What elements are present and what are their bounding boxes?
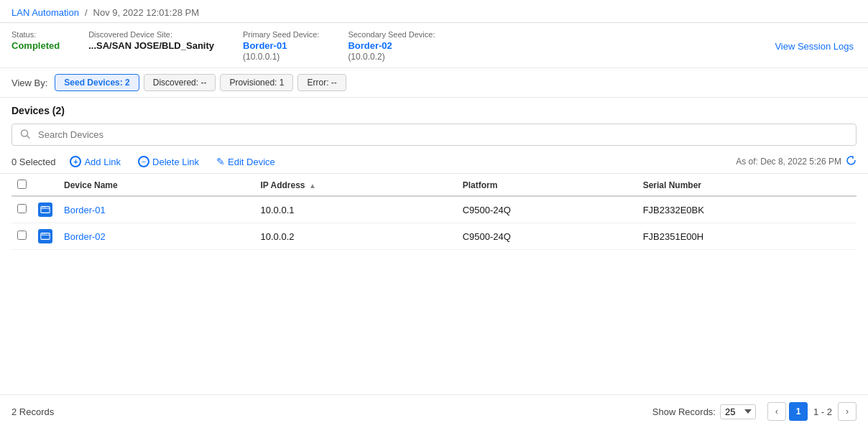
header-device-icon bbox=[32, 174, 58, 196]
view-by-bar: View By: Seed Devices: 2 Discovered: -- … bbox=[0, 68, 868, 98]
table-row: Border-01 10.0.0.1 C9500-24Q FJB2332E0BK bbox=[11, 196, 857, 223]
status-section: Status: Completed Discovered Device Site… bbox=[0, 23, 868, 68]
top-bar: LAN Automation / Nov 9, 2022 12:01:28 PM bbox=[0, 0, 868, 23]
header-checkbox-cell bbox=[11, 174, 32, 196]
secondary-seed-device[interactable]: Border-02 (10.0.0.2) bbox=[348, 40, 435, 62]
svg-point-9 bbox=[45, 233, 45, 234]
row-device-name[interactable]: Border-01 bbox=[58, 196, 255, 223]
row-checkbox-cell bbox=[11, 196, 32, 223]
row-ip-address: 10.0.0.1 bbox=[255, 196, 457, 223]
row-device-icon-cell bbox=[32, 196, 58, 223]
table-row: Border-02 10.0.0.2 C9500-24Q FJB2351E00H bbox=[11, 223, 857, 250]
status-item-status: Status: Completed bbox=[11, 30, 60, 51]
filter-provisioned[interactable]: Provisioned: 1 bbox=[220, 74, 293, 91]
as-of-label: As of: Dec 8, 2022 5:26 PM bbox=[736, 157, 841, 167]
refresh-icon[interactable] bbox=[846, 155, 857, 168]
header-platform: Platform bbox=[457, 174, 637, 196]
search-bar-container bbox=[0, 119, 868, 150]
device-name-link[interactable]: Border-01 bbox=[64, 205, 106, 215]
device-name-link[interactable]: Border-02 bbox=[64, 231, 106, 242]
row-device-name[interactable]: Border-02 bbox=[58, 223, 255, 250]
row-checkbox-0[interactable] bbox=[17, 204, 27, 213]
toolbar: 0 Selected + Add Link − Delete Link ✎ Ed… bbox=[0, 150, 868, 174]
view-session-logs-button[interactable]: View Session Logs bbox=[772, 39, 857, 53]
add-link-icon: + bbox=[70, 156, 81, 167]
header-device-name: Device Name bbox=[58, 174, 255, 196]
device-icon bbox=[38, 229, 52, 243]
svg-rect-2 bbox=[41, 207, 50, 213]
filter-discovered[interactable]: Discovered: -- bbox=[144, 74, 216, 91]
row-platform: C9500-24Q bbox=[457, 196, 637, 223]
select-all-checkbox[interactable] bbox=[17, 180, 27, 189]
row-serial-number: FJB2332E0BK bbox=[637, 196, 857, 223]
breadcrumb-separator: / bbox=[85, 7, 88, 18]
primary-seed-device[interactable]: Border-01 (10.0.0.1) bbox=[243, 40, 319, 62]
edit-device-button[interactable]: ✎ Edit Device bbox=[213, 154, 278, 169]
discovered-site-value: ...SA/SAN JOSE/BLD_Sanity bbox=[88, 40, 214, 51]
delete-link-button[interactable]: − Delete Link bbox=[135, 154, 202, 169]
secondary-seed-label: Secondary Seed Device: bbox=[348, 30, 435, 39]
status-value: Completed bbox=[11, 40, 60, 51]
row-platform: C9500-24Q bbox=[457, 223, 637, 250]
svg-point-5 bbox=[45, 207, 45, 208]
add-link-button[interactable]: + Add Link bbox=[67, 154, 124, 169]
edit-device-label: Edit Device bbox=[228, 157, 275, 167]
add-link-label: Add Link bbox=[84, 157, 121, 167]
status-label: Status: bbox=[11, 30, 60, 39]
delete-link-label: Delete Link bbox=[152, 157, 199, 167]
breadcrumb-date: Nov 9, 2022 12:01:28 PM bbox=[93, 7, 199, 18]
header-serial-number: Serial Number bbox=[637, 174, 857, 196]
as-of-section: As of: Dec 8, 2022 5:26 PM bbox=[736, 155, 857, 168]
devices-header: Devices (2) bbox=[0, 98, 868, 119]
selected-count: 0 Selected bbox=[11, 157, 55, 167]
row-device-icon-cell bbox=[32, 223, 58, 250]
breadcrumb-app-link[interactable]: LAN Automation bbox=[11, 7, 79, 18]
header-ip-address[interactable]: IP Address ▲ bbox=[255, 174, 457, 196]
view-by-label: View By: bbox=[11, 78, 47, 88]
status-item-secondary-seed: Secondary Seed Device: Border-02 (10.0.0… bbox=[348, 30, 435, 62]
devices-title: Devices (2) bbox=[11, 105, 65, 116]
svg-line-1 bbox=[27, 136, 30, 139]
delete-link-icon: − bbox=[138, 156, 149, 167]
ip-sort-arrow: ▲ bbox=[309, 182, 316, 190]
table-header-row: Device Name IP Address ▲ Platform Serial… bbox=[11, 174, 857, 196]
svg-point-8 bbox=[42, 233, 43, 234]
search-input[interactable] bbox=[11, 124, 857, 146]
row-ip-address: 10.0.0.2 bbox=[255, 223, 457, 250]
svg-rect-6 bbox=[41, 233, 50, 240]
discovered-site-label: Discovered Device Site: bbox=[88, 30, 214, 39]
row-checkbox-1[interactable] bbox=[17, 231, 27, 240]
filter-seed-devices[interactable]: Seed Devices: 2 bbox=[55, 74, 139, 91]
svg-point-4 bbox=[42, 207, 43, 208]
device-icon bbox=[38, 203, 52, 217]
table-container: Device Name IP Address ▲ Platform Serial… bbox=[0, 174, 868, 250]
filter-error[interactable]: Error: -- bbox=[297, 74, 346, 91]
devices-table: Device Name IP Address ▲ Platform Serial… bbox=[11, 174, 857, 250]
search-icon bbox=[20, 129, 30, 141]
breadcrumb-app-name: LAN Automation bbox=[11, 7, 79, 18]
row-checkbox-cell bbox=[11, 223, 32, 250]
edit-device-icon: ✎ bbox=[216, 156, 225, 167]
primary-seed-label: Primary Seed Device: bbox=[243, 30, 319, 39]
status-item-discovered-site: Discovered Device Site: ...SA/SAN JOSE/B… bbox=[88, 30, 214, 51]
status-item-primary-seed: Primary Seed Device: Border-01 (10.0.0.1… bbox=[243, 30, 319, 62]
row-serial-number: FJB2351E00H bbox=[637, 223, 857, 250]
